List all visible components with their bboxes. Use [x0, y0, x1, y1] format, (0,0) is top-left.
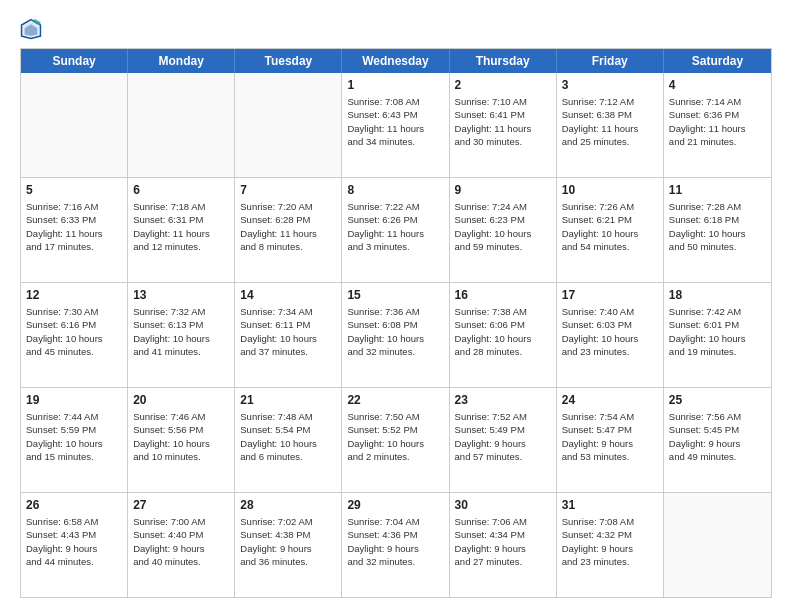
- day-info: Sunrise: 7:06 AM Sunset: 4:34 PM Dayligh…: [455, 515, 551, 568]
- day-number: 17: [562, 287, 658, 303]
- day-cell-26: 26Sunrise: 6:58 AM Sunset: 4:43 PM Dayli…: [21, 493, 128, 597]
- day-number: 23: [455, 392, 551, 408]
- calendar-row-5: 26Sunrise: 6:58 AM Sunset: 4:43 PM Dayli…: [21, 492, 771, 597]
- day-info: Sunrise: 7:36 AM Sunset: 6:08 PM Dayligh…: [347, 305, 443, 358]
- day-cell-7: 7Sunrise: 7:20 AM Sunset: 6:28 PM Daylig…: [235, 178, 342, 282]
- day-number: 1: [347, 77, 443, 93]
- day-info: Sunrise: 7:48 AM Sunset: 5:54 PM Dayligh…: [240, 410, 336, 463]
- day-info: Sunrise: 7:28 AM Sunset: 6:18 PM Dayligh…: [669, 200, 766, 253]
- header-day-sunday: Sunday: [21, 49, 128, 73]
- day-cell-12: 12Sunrise: 7:30 AM Sunset: 6:16 PM Dayli…: [21, 283, 128, 387]
- day-cell-20: 20Sunrise: 7:46 AM Sunset: 5:56 PM Dayli…: [128, 388, 235, 492]
- calendar: SundayMondayTuesdayWednesdayThursdayFrid…: [20, 48, 772, 598]
- day-cell-24: 24Sunrise: 7:54 AM Sunset: 5:47 PM Dayli…: [557, 388, 664, 492]
- day-number: 12: [26, 287, 122, 303]
- day-info: Sunrise: 7:10 AM Sunset: 6:41 PM Dayligh…: [455, 95, 551, 148]
- header-day-tuesday: Tuesday: [235, 49, 342, 73]
- day-cell-8: 8Sunrise: 7:22 AM Sunset: 6:26 PM Daylig…: [342, 178, 449, 282]
- day-cell-1: 1Sunrise: 7:08 AM Sunset: 6:43 PM Daylig…: [342, 73, 449, 177]
- day-cell-22: 22Sunrise: 7:50 AM Sunset: 5:52 PM Dayli…: [342, 388, 449, 492]
- day-info: Sunrise: 7:22 AM Sunset: 6:26 PM Dayligh…: [347, 200, 443, 253]
- day-cell-17: 17Sunrise: 7:40 AM Sunset: 6:03 PM Dayli…: [557, 283, 664, 387]
- day-cell-18: 18Sunrise: 7:42 AM Sunset: 6:01 PM Dayli…: [664, 283, 771, 387]
- day-info: Sunrise: 7:02 AM Sunset: 4:38 PM Dayligh…: [240, 515, 336, 568]
- day-number: 18: [669, 287, 766, 303]
- day-number: 2: [455, 77, 551, 93]
- day-info: Sunrise: 7:44 AM Sunset: 5:59 PM Dayligh…: [26, 410, 122, 463]
- day-info: Sunrise: 7:50 AM Sunset: 5:52 PM Dayligh…: [347, 410, 443, 463]
- day-info: Sunrise: 7:18 AM Sunset: 6:31 PM Dayligh…: [133, 200, 229, 253]
- day-info: Sunrise: 7:42 AM Sunset: 6:01 PM Dayligh…: [669, 305, 766, 358]
- day-cell-4: 4Sunrise: 7:14 AM Sunset: 6:36 PM Daylig…: [664, 73, 771, 177]
- day-number: 16: [455, 287, 551, 303]
- day-cell-27: 27Sunrise: 7:00 AM Sunset: 4:40 PM Dayli…: [128, 493, 235, 597]
- day-number: 6: [133, 182, 229, 198]
- day-number: 8: [347, 182, 443, 198]
- logo-icon: [20, 18, 42, 40]
- day-info: Sunrise: 7:30 AM Sunset: 6:16 PM Dayligh…: [26, 305, 122, 358]
- day-cell-empty: [235, 73, 342, 177]
- day-cell-31: 31Sunrise: 7:08 AM Sunset: 4:32 PM Dayli…: [557, 493, 664, 597]
- day-cell-15: 15Sunrise: 7:36 AM Sunset: 6:08 PM Dayli…: [342, 283, 449, 387]
- day-number: 21: [240, 392, 336, 408]
- calendar-row-4: 19Sunrise: 7:44 AM Sunset: 5:59 PM Dayli…: [21, 387, 771, 492]
- day-cell-28: 28Sunrise: 7:02 AM Sunset: 4:38 PM Dayli…: [235, 493, 342, 597]
- day-info: Sunrise: 7:38 AM Sunset: 6:06 PM Dayligh…: [455, 305, 551, 358]
- day-number: 4: [669, 77, 766, 93]
- day-number: 9: [455, 182, 551, 198]
- header-day-thursday: Thursday: [450, 49, 557, 73]
- day-info: Sunrise: 7:16 AM Sunset: 6:33 PM Dayligh…: [26, 200, 122, 253]
- calendar-row-2: 5Sunrise: 7:16 AM Sunset: 6:33 PM Daylig…: [21, 177, 771, 282]
- day-cell-11: 11Sunrise: 7:28 AM Sunset: 6:18 PM Dayli…: [664, 178, 771, 282]
- calendar-row-3: 12Sunrise: 7:30 AM Sunset: 6:16 PM Dayli…: [21, 282, 771, 387]
- day-cell-19: 19Sunrise: 7:44 AM Sunset: 5:59 PM Dayli…: [21, 388, 128, 492]
- day-info: Sunrise: 7:34 AM Sunset: 6:11 PM Dayligh…: [240, 305, 336, 358]
- calendar-header: SundayMondayTuesdayWednesdayThursdayFrid…: [21, 49, 771, 73]
- day-number: 19: [26, 392, 122, 408]
- day-number: 14: [240, 287, 336, 303]
- day-cell-empty: [128, 73, 235, 177]
- day-info: Sunrise: 7:12 AM Sunset: 6:38 PM Dayligh…: [562, 95, 658, 148]
- day-number: 28: [240, 497, 336, 513]
- day-number: 3: [562, 77, 658, 93]
- day-info: Sunrise: 7:20 AM Sunset: 6:28 PM Dayligh…: [240, 200, 336, 253]
- day-number: 13: [133, 287, 229, 303]
- day-number: 5: [26, 182, 122, 198]
- day-number: 10: [562, 182, 658, 198]
- header-day-saturday: Saturday: [664, 49, 771, 73]
- day-info: Sunrise: 7:40 AM Sunset: 6:03 PM Dayligh…: [562, 305, 658, 358]
- day-cell-13: 13Sunrise: 7:32 AM Sunset: 6:13 PM Dayli…: [128, 283, 235, 387]
- day-cell-empty: [21, 73, 128, 177]
- day-cell-2: 2Sunrise: 7:10 AM Sunset: 6:41 PM Daylig…: [450, 73, 557, 177]
- day-number: 29: [347, 497, 443, 513]
- day-cell-16: 16Sunrise: 7:38 AM Sunset: 6:06 PM Dayli…: [450, 283, 557, 387]
- day-info: Sunrise: 7:04 AM Sunset: 4:36 PM Dayligh…: [347, 515, 443, 568]
- day-cell-23: 23Sunrise: 7:52 AM Sunset: 5:49 PM Dayli…: [450, 388, 557, 492]
- day-number: 15: [347, 287, 443, 303]
- day-number: 27: [133, 497, 229, 513]
- header-day-wednesday: Wednesday: [342, 49, 449, 73]
- day-info: Sunrise: 7:54 AM Sunset: 5:47 PM Dayligh…: [562, 410, 658, 463]
- day-info: Sunrise: 7:14 AM Sunset: 6:36 PM Dayligh…: [669, 95, 766, 148]
- day-number: 7: [240, 182, 336, 198]
- day-cell-5: 5Sunrise: 7:16 AM Sunset: 6:33 PM Daylig…: [21, 178, 128, 282]
- day-number: 24: [562, 392, 658, 408]
- day-cell-30: 30Sunrise: 7:06 AM Sunset: 4:34 PM Dayli…: [450, 493, 557, 597]
- day-info: Sunrise: 7:32 AM Sunset: 6:13 PM Dayligh…: [133, 305, 229, 358]
- logo: [20, 18, 46, 40]
- day-number: 25: [669, 392, 766, 408]
- day-cell-3: 3Sunrise: 7:12 AM Sunset: 6:38 PM Daylig…: [557, 73, 664, 177]
- day-info: Sunrise: 7:08 AM Sunset: 4:32 PM Dayligh…: [562, 515, 658, 568]
- day-cell-14: 14Sunrise: 7:34 AM Sunset: 6:11 PM Dayli…: [235, 283, 342, 387]
- header: [20, 18, 772, 40]
- day-info: Sunrise: 7:24 AM Sunset: 6:23 PM Dayligh…: [455, 200, 551, 253]
- day-info: Sunrise: 7:56 AM Sunset: 5:45 PM Dayligh…: [669, 410, 766, 463]
- day-cell-25: 25Sunrise: 7:56 AM Sunset: 5:45 PM Dayli…: [664, 388, 771, 492]
- day-cell-29: 29Sunrise: 7:04 AM Sunset: 4:36 PM Dayli…: [342, 493, 449, 597]
- day-cell-10: 10Sunrise: 7:26 AM Sunset: 6:21 PM Dayli…: [557, 178, 664, 282]
- day-info: Sunrise: 7:46 AM Sunset: 5:56 PM Dayligh…: [133, 410, 229, 463]
- day-cell-empty: [664, 493, 771, 597]
- day-cell-21: 21Sunrise: 7:48 AM Sunset: 5:54 PM Dayli…: [235, 388, 342, 492]
- day-number: 22: [347, 392, 443, 408]
- day-info: Sunrise: 7:08 AM Sunset: 6:43 PM Dayligh…: [347, 95, 443, 148]
